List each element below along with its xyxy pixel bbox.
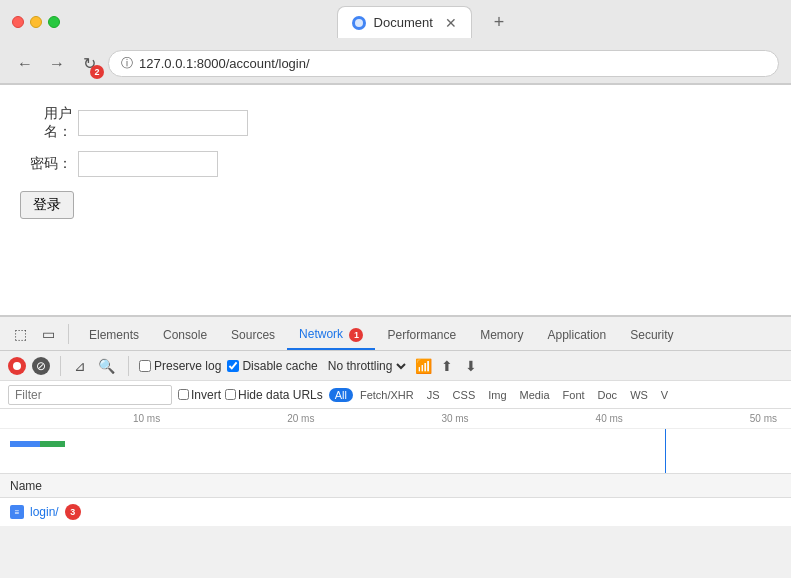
filter-bar: Invert Hide data URLs All Fetch/XHR JS C… bbox=[0, 381, 791, 409]
forward-icon: → bbox=[49, 55, 65, 73]
toolbar-divider bbox=[68, 324, 69, 344]
import-button[interactable]: ⬆ bbox=[438, 358, 456, 374]
filter-css-button[interactable]: CSS bbox=[447, 388, 482, 402]
timeline-cursor-line bbox=[665, 429, 666, 474]
tab-elements[interactable]: Elements bbox=[77, 322, 151, 350]
tab-network[interactable]: Network 1 bbox=[287, 321, 375, 350]
preserve-log-input[interactable] bbox=[139, 360, 151, 372]
password-input[interactable] bbox=[78, 151, 218, 177]
export-button[interactable]: ⬇ bbox=[462, 358, 480, 374]
hide-data-input[interactable] bbox=[225, 389, 236, 400]
timeline: 10 ms 20 ms 30 ms 40 ms 50 ms bbox=[0, 409, 791, 474]
filter-icon: ⊿ bbox=[74, 358, 86, 374]
devtools-panel: ⬚ ▭ Elements Console Sources Network 1 P… bbox=[0, 315, 791, 578]
password-row: 密码： bbox=[20, 151, 771, 177]
tab-application[interactable]: Application bbox=[536, 322, 619, 350]
reload-button[interactable]: ↻ 2 bbox=[76, 51, 102, 77]
tab-sources[interactable]: Sources bbox=[219, 322, 287, 350]
lock-icon: ⓘ bbox=[121, 55, 133, 72]
mark-50ms: 50 ms bbox=[627, 409, 781, 428]
page-content: 用户名： 密码： 登录 bbox=[0, 85, 791, 315]
filter-font-button[interactable]: Font bbox=[557, 388, 591, 402]
browser-chrome: Document ✕ + ← → ↻ 2 ⓘ 127.0.0.1:8000/ac… bbox=[0, 0, 791, 85]
network-controls: ⊘ ⊿ 🔍 Preserve log Disable cache No thro… bbox=[0, 351, 791, 381]
filter-js-button[interactable]: JS bbox=[421, 388, 446, 402]
login-button[interactable]: 登录 bbox=[20, 191, 74, 219]
inspect-element-button[interactable]: ⬚ bbox=[8, 322, 32, 346]
username-label: 用户名： bbox=[20, 105, 72, 141]
disable-cache-checkbox[interactable]: Disable cache bbox=[227, 359, 317, 373]
timeline-content bbox=[0, 429, 791, 474]
filter-all-button[interactable]: All bbox=[329, 388, 353, 402]
mark-10ms: 10 ms bbox=[10, 409, 164, 428]
timeline-bar-green bbox=[40, 441, 65, 447]
tab-close-button[interactable]: ✕ bbox=[445, 15, 457, 31]
filter-media-button[interactable]: Media bbox=[514, 388, 556, 402]
network-badge: 1 bbox=[349, 328, 363, 342]
name-column-header: Name bbox=[0, 474, 791, 498]
download-icon: ⬇ bbox=[465, 358, 477, 374]
tab-performance[interactable]: Performance bbox=[375, 322, 468, 350]
address-bar: ← → ↻ 2 ⓘ 127.0.0.1:8000/account/login/ bbox=[0, 44, 791, 84]
preserve-log-label: Preserve log bbox=[154, 359, 221, 373]
request-list: ≡ login/ 3 bbox=[0, 498, 791, 526]
filter-doc-button[interactable]: Doc bbox=[592, 388, 624, 402]
maximize-button[interactable] bbox=[48, 16, 60, 28]
disable-cache-input[interactable] bbox=[227, 360, 239, 372]
reload-badge: 2 bbox=[90, 65, 104, 79]
filter-button[interactable]: ⊿ bbox=[71, 358, 89, 374]
preserve-log-checkbox[interactable]: Preserve log bbox=[139, 359, 221, 373]
mark-20ms: 20 ms bbox=[164, 409, 318, 428]
tab-security[interactable]: Security bbox=[618, 322, 685, 350]
minimize-button[interactable] bbox=[30, 16, 42, 28]
tab-title: Document bbox=[374, 15, 433, 30]
request-doc-icon: ≡ bbox=[10, 505, 24, 519]
filter-checkboxes: Invert Hide data URLs bbox=[178, 388, 323, 402]
svg-point-0 bbox=[355, 19, 363, 27]
mark-30ms: 30 ms bbox=[318, 409, 472, 428]
disable-cache-label: Disable cache bbox=[242, 359, 317, 373]
throttling-select[interactable]: No throttling bbox=[324, 358, 409, 374]
hide-data-checkbox[interactable]: Hide data URLs bbox=[225, 388, 323, 402]
offline-icon: 📶 bbox=[415, 358, 432, 374]
search-icon: 🔍 bbox=[98, 358, 115, 374]
back-button[interactable]: ← bbox=[12, 51, 38, 77]
request-item-login[interactable]: ≡ login/ 3 bbox=[0, 498, 791, 526]
cursor-icon: ⬚ bbox=[14, 326, 27, 342]
close-button[interactable] bbox=[12, 16, 24, 28]
filter-types: All Fetch/XHR JS CSS Img Media Font Doc … bbox=[329, 388, 674, 402]
url-bar[interactable]: ⓘ 127.0.0.1:8000/account/login/ bbox=[108, 50, 779, 77]
forward-button[interactable]: → bbox=[44, 51, 70, 77]
search-button[interactable]: 🔍 bbox=[95, 358, 118, 374]
mark-40ms: 40 ms bbox=[473, 409, 627, 428]
request-badge: 3 bbox=[65, 504, 81, 520]
request-name: login/ bbox=[30, 505, 59, 519]
filter-input[interactable] bbox=[8, 385, 172, 405]
filter-v-button[interactable]: V bbox=[655, 388, 674, 402]
record-icon bbox=[13, 362, 21, 370]
timeline-bar-blue bbox=[10, 441, 40, 447]
browser-tab[interactable]: Document ✕ bbox=[337, 6, 472, 38]
tab-console[interactable]: Console bbox=[151, 322, 219, 350]
controls-divider-2 bbox=[128, 356, 129, 376]
timeline-ruler: 10 ms 20 ms 30 ms 40 ms 50 ms bbox=[0, 409, 791, 429]
tab-favicon bbox=[352, 16, 366, 30]
clear-icon: ⊘ bbox=[36, 359, 46, 373]
upload-icon: ⬆ bbox=[441, 358, 453, 374]
record-button[interactable] bbox=[8, 357, 26, 375]
password-label: 密码： bbox=[20, 155, 72, 173]
filter-ws-button[interactable]: WS bbox=[624, 388, 654, 402]
username-input[interactable] bbox=[78, 110, 248, 136]
filter-fetch-button[interactable]: Fetch/XHR bbox=[354, 388, 420, 402]
controls-divider bbox=[60, 356, 61, 376]
devtools-tabs: Elements Console Sources Network 1 Perfo… bbox=[77, 317, 783, 350]
invert-input[interactable] bbox=[178, 389, 189, 400]
invert-checkbox[interactable]: Invert bbox=[178, 388, 221, 402]
filter-img-button[interactable]: Img bbox=[482, 388, 512, 402]
username-row: 用户名： bbox=[20, 105, 771, 141]
device-toolbar-button[interactable]: ▭ bbox=[36, 322, 60, 346]
clear-log-button[interactable]: ⊘ bbox=[32, 357, 50, 375]
title-bar: Document ✕ + bbox=[0, 0, 791, 44]
new-tab-button[interactable]: + bbox=[488, 10, 511, 35]
tab-memory[interactable]: Memory bbox=[468, 322, 535, 350]
